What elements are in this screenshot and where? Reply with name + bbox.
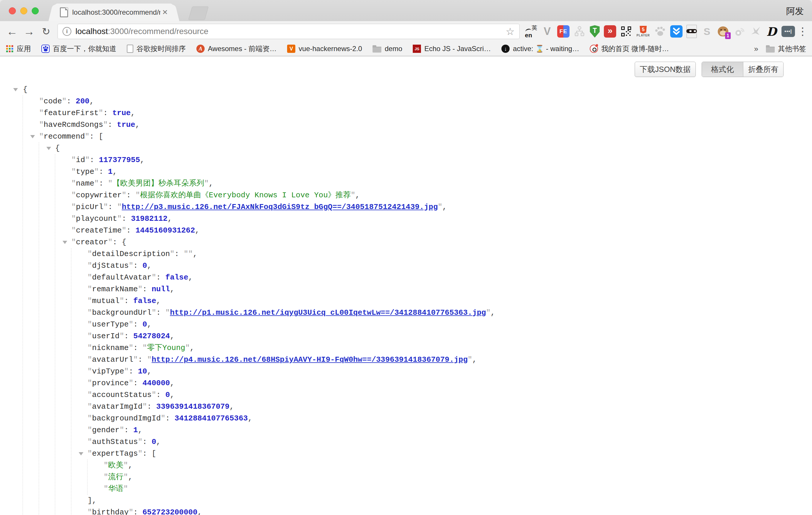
profile-name[interactable]: 阿发 <box>786 5 804 17</box>
traffic-lights <box>9 7 39 15</box>
bookmark-star-icon[interactable]: ☆ <box>506 26 515 37</box>
shortcut-s-extension-icon[interactable]: S <box>701 25 713 37</box>
translate-extension-icon[interactable]: 英 en <box>525 25 537 37</box>
json-key: mutual <box>92 296 120 305</box>
other-bookmarks-folder[interactable]: 其他书签 <box>766 44 806 53</box>
quote: " <box>128 508 133 515</box>
json-literal-value: null <box>151 285 170 294</box>
new-tab-button[interactable] <box>188 6 208 20</box>
quote: " <box>438 203 442 211</box>
zoom-window-button[interactable] <box>32 7 39 15</box>
sitemap-extension-icon[interactable] <box>573 25 586 37</box>
open-bracket: { <box>23 85 28 94</box>
bookmark-item-echojs[interactable]: JSEcho JS - JavaScri… <box>413 45 491 53</box>
comma: , <box>112 167 117 176</box>
fastforward-extension-icon[interactable]: » <box>604 25 616 37</box>
chrome-menu-icon[interactable]: ⋮ <box>797 25 807 37</box>
quote: " <box>39 97 44 106</box>
bookmarks-overflow-icon[interactable]: » <box>754 44 758 53</box>
back-button[interactable]: ← <box>5 26 19 37</box>
json-literal-value: 0 <box>165 391 170 399</box>
format-button[interactable]: 格式化 <box>702 62 743 77</box>
json-line: "userId": 54278024, <box>71 330 812 342</box>
close-window-button[interactable] <box>9 7 16 15</box>
quote: " <box>104 484 108 493</box>
json-viewer-extension-icon[interactable] <box>686 25 697 38</box>
tampermonkey-extension-icon[interactable]: 1 <box>717 25 729 37</box>
json-key: haveRcmdSongs <box>44 120 103 129</box>
weibo-extension-icon[interactable] <box>733 25 745 37</box>
other-bookmarks-label: 其他书签 <box>778 44 806 53</box>
comma: , <box>198 508 202 515</box>
bookmark-item-folder[interactable]: demo <box>373 45 402 53</box>
collapse-all-button[interactable]: 折叠所有 <box>743 62 783 77</box>
collapse-toggle-icon[interactable] <box>62 241 67 244</box>
bookmark-item-baidu[interactable]: 百度一下，你就知道 <box>41 44 116 53</box>
d-extension-icon[interactable]: D <box>765 25 778 37</box>
quote: " <box>138 449 143 458</box>
collapse-toggle-icon[interactable] <box>13 88 18 91</box>
close-bracket: ], <box>87 496 96 505</box>
json-line: "picUrl": "http://p3.music.126.net/FJAxN… <box>55 201 812 213</box>
echojs-icon: JS <box>413 45 421 53</box>
json-literal-value: true <box>112 109 130 117</box>
html5-player-extension-icon[interactable]: 5 PLAYER <box>636 25 650 38</box>
quote: " <box>117 214 122 223</box>
reload-button[interactable]: ↻ <box>39 26 53 36</box>
json-line: "gender": 1, <box>71 424 812 436</box>
bookmark-item-active[interactable]: ↓active: ⌛ - waiting… <box>501 45 579 53</box>
comma: , <box>156 437 161 446</box>
hummingbird-extension-icon[interactable] <box>749 25 761 37</box>
paw-extension-icon[interactable] <box>654 25 666 37</box>
fe-extension-icon[interactable]: FE <box>557 25 570 37</box>
address-bar[interactable]: i localhost :3000/recommend/resource ☆ <box>58 24 520 39</box>
collapse-toggle-icon[interactable] <box>47 147 51 150</box>
colon: : <box>156 273 165 282</box>
collapse-toggle-icon[interactable] <box>30 135 35 138</box>
dots-box-extension-icon[interactable]: •••| <box>781 26 795 37</box>
quote: " <box>104 461 108 470</box>
json-url-value[interactable]: http://p1.music.126.net/iqygU3Uicq_cL00I… <box>170 308 486 317</box>
quote: " <box>87 332 92 341</box>
bookmark-item-awesomes[interactable]: AAwesomes - 前端资… <box>196 44 277 53</box>
site-info-icon[interactable]: i <box>62 27 71 36</box>
json-url-value[interactable]: http://p4.music.126.net/68HSpiyAAVY-HI9-… <box>151 355 468 364</box>
bookmark-icon-glyph: V <box>289 46 293 51</box>
qrcode-extension-icon[interactable] <box>620 25 632 37</box>
quote: " <box>161 414 166 423</box>
bookmarks-bar: 应用百度一下，你就知道谷歌按时间排序AAwesomes - 前端资…Vvue-h… <box>0 42 812 56</box>
tab-close-icon[interactable]: ✕ <box>162 8 168 17</box>
bookmark-item-page[interactable]: 谷歌按时间排序 <box>127 44 186 53</box>
quote: " <box>185 344 190 352</box>
json-literal-value: 3396391418367079 <box>156 402 230 411</box>
colon: : <box>126 226 135 235</box>
bookmark-item-vue[interactable]: Vvue-hackernews-2.0 <box>287 45 362 53</box>
download-json-button[interactable]: 下载JSON数据 <box>635 62 696 77</box>
collapse-toggle-icon[interactable] <box>79 452 83 455</box>
json-key: userId <box>92 332 120 341</box>
comma: , <box>442 203 447 211</box>
downloader-extension-icon[interactable] <box>670 25 683 37</box>
bookmark-item-weibo[interactable]: 我的首页 微博-随时… <box>590 44 669 53</box>
json-key: vipType <box>92 367 124 376</box>
url-path: :3000/recommend/resource <box>108 27 208 36</box>
quote: " <box>108 179 113 188</box>
json-url-value[interactable]: http://p3.music.126.net/FJAxNkFoq3dGiS9t… <box>122 203 438 211</box>
json-key: birthday <box>92 508 129 515</box>
shield-extension-icon[interactable]: T <box>589 25 600 37</box>
colon: : <box>133 320 142 329</box>
colon: : <box>165 414 174 423</box>
json-key: code <box>44 97 62 106</box>
comma: , <box>248 414 253 423</box>
quote: " <box>87 437 92 446</box>
quote: " <box>128 379 133 388</box>
comma: , <box>147 261 152 270</box>
json-line: "华语" <box>87 483 812 495</box>
bookmark-item-apps-grid[interactable]: 应用 <box>6 44 31 53</box>
quote: " <box>87 250 92 258</box>
minimize-window-button[interactable] <box>20 7 27 15</box>
browser-tab[interactable]: localhost:3000/recommend/re ✕ <box>55 3 173 21</box>
forward-button[interactable]: → <box>22 26 36 37</box>
vue-devtools-extension-icon[interactable]: V <box>541 25 553 37</box>
comma: , <box>90 97 94 106</box>
